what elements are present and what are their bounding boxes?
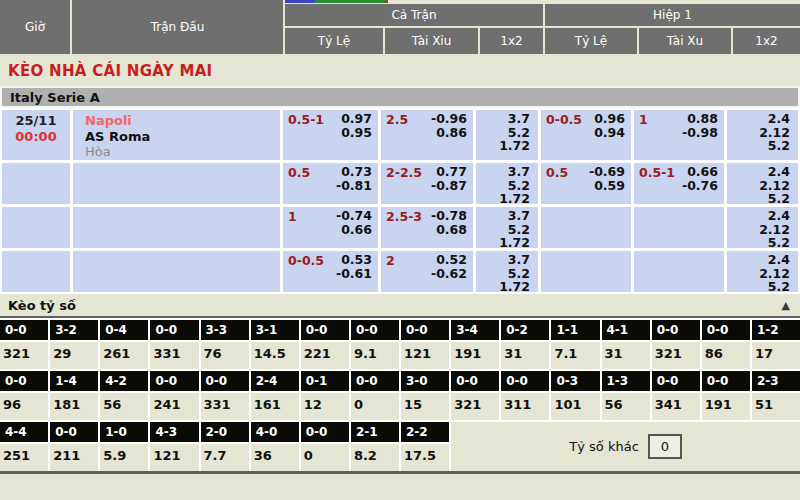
odds-value[interactable]: -0.76 (682, 179, 718, 193)
odds-value[interactable]: 5.2 (768, 236, 790, 250)
odds-value[interactable]: 1.72 (499, 236, 530, 250)
score-odds[interactable]: 51 (752, 393, 800, 420)
odds-value[interactable]: 2.12 (759, 126, 790, 140)
odds-value[interactable]: 0.88 (687, 112, 718, 126)
odds-value[interactable]: 5.2 (508, 267, 530, 281)
score-odds[interactable]: 17.5 (401, 444, 449, 471)
h1-handicap-cell[interactable]: 0-0.5 0.960.94 (541, 110, 631, 160)
score-odds[interactable]: 221 (301, 342, 349, 369)
h1-overunder-cell[interactable]: 1 0.88-0.98 (634, 110, 724, 160)
score-odds[interactable]: 0 (351, 393, 399, 420)
odds-value[interactable]: 0.96 (594, 112, 625, 126)
odds-value[interactable]: -0.61 (336, 267, 372, 281)
score-odds[interactable]: 86 (702, 342, 750, 369)
score-odds[interactable]: 31 (602, 342, 650, 369)
odds-value[interactable]: -0.81 (336, 179, 372, 193)
score-odds[interactable]: 191 (702, 393, 750, 420)
score-odds[interactable]: 12 (301, 393, 349, 420)
h1-overunder-cell-empty[interactable] (634, 207, 724, 248)
score-odds[interactable]: 241 (150, 393, 198, 420)
score-odds[interactable]: 321 (652, 342, 700, 369)
score-odds[interactable]: 36 (251, 444, 299, 471)
score-odds[interactable]: 56 (100, 393, 148, 420)
odds-value[interactable]: 1.72 (499, 280, 530, 294)
odds-value[interactable]: 0.52 (436, 253, 467, 267)
odds-value[interactable]: -0.78 (431, 209, 467, 223)
ft-1x2-cell[interactable]: 3.75.21.72 (476, 251, 538, 292)
h1-1x2-cell[interactable]: 2.42.125.2 (727, 163, 798, 204)
odds-value[interactable]: 5.2 (508, 179, 530, 193)
score-odds[interactable]: 7.7 (201, 444, 249, 471)
score-odds[interactable]: 96 (0, 393, 48, 420)
score-odds[interactable]: 7.1 (551, 342, 599, 369)
h1-handicap-cell-empty[interactable] (541, 251, 631, 292)
odds-value[interactable]: 2.12 (759, 223, 790, 237)
odds-value[interactable]: 0.97 (341, 112, 372, 126)
ft-1x2-cell[interactable]: 3.75.21.72 (476, 207, 538, 248)
score-odds[interactable]: 321 (0, 342, 48, 369)
odds-value[interactable]: -0.62 (431, 267, 467, 281)
odds-value[interactable]: 3.7 (508, 253, 530, 267)
score-odds[interactable]: 321 (451, 393, 499, 420)
score-odds[interactable]: 14.5 (251, 342, 299, 369)
odds-value[interactable]: 1.72 (499, 139, 530, 153)
ft-overunder-cell[interactable]: 2-2.5 0.77-0.87 (381, 163, 473, 204)
odds-value[interactable]: 0.66 (341, 223, 372, 237)
collapse-arrow-icon[interactable]: ▲ (782, 299, 790, 312)
score-odds[interactable]: 341 (652, 393, 700, 420)
score-odds[interactable]: 15 (401, 393, 449, 420)
h1-1x2-cell[interactable]: 2.42.125.2 (727, 110, 798, 160)
ft-handicap-cell[interactable]: 0.5 0.73-0.81 (283, 163, 378, 204)
score-odds[interactable]: 211 (50, 444, 98, 471)
odds-value[interactable]: 2.4 (768, 209, 790, 223)
odds-value[interactable]: 0.53 (341, 253, 372, 267)
ft-1x2-cell[interactable]: 3.75.21.72 (476, 110, 538, 160)
h1-handicap-cell[interactable]: 0.5 -0.690.59 (541, 163, 631, 204)
ft-handicap-cell[interactable]: 1 -0.740.66 (283, 207, 378, 248)
score-odds[interactable]: 331 (150, 342, 198, 369)
ft-overunder-cell[interactable]: 2.5-3 -0.780.68 (381, 207, 473, 248)
odds-value[interactable]: 5.2 (768, 192, 790, 206)
ft-handicap-cell[interactable]: 0.5-1 0.970.95 (283, 110, 378, 160)
odds-value[interactable]: 0.68 (436, 223, 467, 237)
odds-value[interactable]: 2.4 (768, 253, 790, 267)
odds-value[interactable]: 0.59 (594, 179, 625, 193)
odds-value[interactable]: -0.69 (589, 165, 625, 179)
h1-1x2-cell[interactable]: 2.42.125.2 (727, 207, 798, 248)
score-odds[interactable]: 56 (602, 393, 650, 420)
h1-1x2-cell[interactable]: 2.42.125.2 (727, 251, 798, 292)
odds-value[interactable]: 0.94 (594, 126, 625, 140)
score-odds[interactable]: 101 (551, 393, 599, 420)
odds-value[interactable]: 0.73 (341, 165, 372, 179)
ft-handicap-cell[interactable]: 0-0.5 0.53-0.61 (283, 251, 378, 292)
odds-value[interactable]: 3.7 (508, 165, 530, 179)
odds-value[interactable]: 2.12 (759, 267, 790, 281)
odds-value[interactable]: 0.66 (687, 165, 718, 179)
odds-value[interactable]: 3.7 (508, 112, 530, 126)
score-odds[interactable]: 76 (201, 342, 249, 369)
score-odds[interactable]: 181 (50, 393, 98, 420)
odds-value[interactable]: -0.98 (682, 126, 718, 140)
score-odds[interactable]: 121 (150, 444, 198, 471)
score-odds[interactable]: 331 (201, 393, 249, 420)
h1-overunder-cell[interactable]: 0.5-1 0.66-0.76 (634, 163, 724, 204)
score-odds[interactable]: 0 (301, 444, 349, 471)
score-odds[interactable]: 5.9 (100, 444, 148, 471)
score-odds[interactable]: 121 (401, 342, 449, 369)
score-odds[interactable]: 8.2 (351, 444, 399, 471)
odds-value[interactable]: -0.96 (431, 112, 467, 126)
score-odds[interactable]: 191 (451, 342, 499, 369)
odds-value[interactable]: -0.74 (336, 209, 372, 223)
ft-overunder-cell[interactable]: 2.5 -0.960.86 (381, 110, 473, 160)
ft-1x2-cell[interactable]: 3.75.21.72 (476, 163, 538, 204)
score-odds[interactable]: 17 (752, 342, 800, 369)
odds-value[interactable]: 0.95 (341, 126, 372, 140)
odds-value[interactable]: 2.4 (768, 112, 790, 126)
other-score-odds-box[interactable]: 0 (648, 434, 682, 459)
odds-value[interactable]: 3.7 (508, 209, 530, 223)
h1-handicap-cell-empty[interactable] (541, 207, 631, 248)
score-odds[interactable]: 251 (0, 444, 48, 471)
score-odds[interactable]: 9.1 (351, 342, 399, 369)
odds-value[interactable]: -0.87 (431, 179, 467, 193)
h1-overunder-cell-empty[interactable] (634, 251, 724, 292)
